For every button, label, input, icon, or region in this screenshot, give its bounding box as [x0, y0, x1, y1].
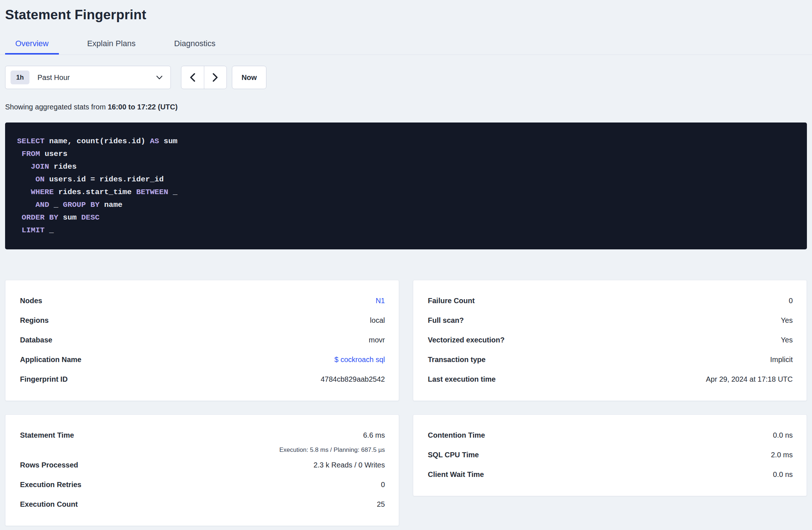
regions-value-group: local	[370, 310, 385, 330]
sql-text: name	[100, 201, 122, 209]
sql-text: sum	[58, 213, 81, 222]
aggregated-stats-note: Showing aggregated stats from 16:00 to 1…	[5, 102, 807, 112]
sql-keyword: WHERE	[31, 188, 54, 196]
sql-statement-box: SELECT name, count(rides.id) AS sum FROM…	[5, 123, 807, 249]
database-label: Database	[20, 330, 52, 350]
full-scan-value-group: Yes	[781, 310, 793, 330]
failure-count-value-group: 0	[789, 291, 793, 310]
rows-processed-label: Rows Processed	[20, 455, 78, 475]
statement-time-value-group: 6.6 msExecution: 5.8 ms / Planning: 687.…	[280, 425, 385, 455]
application-name-value-group: $ cockroach sql	[334, 350, 385, 369]
client-wait-time-label: Client Wait Time	[428, 465, 484, 484]
execution-retries-label: Execution Retries	[20, 475, 81, 494]
vectorized-execution-value: Yes	[781, 330, 793, 350]
last-execution-time-value: Apr 29, 2024 at 17:18 UTC	[706, 369, 793, 389]
rows-processed-value-group: 2.3 k Reads / 0 Writes	[314, 455, 385, 475]
last-execution-time-row: Last execution timeApr 29, 2024 at 17:18…	[428, 369, 793, 389]
sql-keyword: ON	[35, 175, 44, 184]
prev-time-button[interactable]	[181, 66, 204, 89]
sql-line: AND _ GROUP BY name	[17, 198, 796, 211]
time-range-dropdown[interactable]: 1h Past Hour	[5, 66, 171, 89]
sql-cpu-time-value: 2.0 ms	[771, 445, 793, 465]
summary-cards: NodesN1RegionslocalDatabasemovrApplicati…	[5, 280, 807, 526]
sql-cpu-time-label: SQL CPU Time	[428, 445, 479, 465]
sql-text	[17, 201, 35, 209]
tab-diagnostics-label: Diagnostics	[174, 39, 216, 48]
execution-count-label: Execution Count	[20, 494, 78, 514]
statement-details-card: NodesN1RegionslocalDatabasemovrApplicati…	[5, 280, 399, 401]
database-value: movr	[369, 330, 385, 350]
vectorized-execution-row: Vectorized execution?Yes	[428, 330, 793, 350]
sql-line: JOIN rides	[17, 160, 796, 173]
sql-text	[17, 188, 31, 196]
application-name-row: Application Name$ cockroach sql	[20, 350, 385, 369]
statement-time-row: Statement Time6.6 msExecution: 5.8 ms / …	[20, 425, 385, 455]
wait-times-card: Contention Time0.0 nsSQL CPU Time2.0 msC…	[413, 414, 807, 496]
sql-text	[17, 175, 35, 184]
application-name-link[interactable]: $ cockroach sql	[334, 350, 385, 369]
chevron-down-icon	[156, 76, 162, 80]
fingerprint-id-value-group: 4784cb829aab2542	[321, 369, 385, 389]
sql-line: ON users.id = rides.rider_id	[17, 173, 796, 186]
tab-explain-plans-label: Explain Plans	[87, 39, 136, 48]
vectorized-execution-label: Vectorized execution?	[428, 330, 505, 350]
sql-text: rides	[49, 162, 77, 171]
page-title: Statement Fingerprint	[5, 7, 812, 23]
time-step-buttons	[181, 66, 227, 89]
sql-keyword: SELECT	[17, 137, 45, 145]
full-scan-label: Full scan?	[428, 310, 464, 330]
fingerprint-id-row: Fingerprint ID4784cb829aab2542	[20, 369, 385, 389]
application-name-label: Application Name	[20, 350, 81, 369]
execution-count-value: 25	[377, 494, 385, 514]
sql-text: users.id = rides.rider_id	[45, 175, 164, 184]
client-wait-time-value: 0.0 ns	[773, 465, 793, 484]
time-range-badge: 1h	[11, 71, 29, 84]
full-scan-row: Full scan?Yes	[428, 310, 793, 330]
sql-keyword: AND	[35, 201, 49, 209]
tab-overview-label: Overview	[15, 39, 49, 48]
fingerprint-id-value: 4784cb829aab2542	[321, 369, 385, 389]
failure-count-value: 0	[789, 291, 793, 310]
sql-keyword: LIMIT	[22, 226, 45, 234]
regions-row: Regionslocal	[20, 310, 385, 330]
nodes-link[interactable]: N1	[375, 291, 385, 310]
contention-time-label: Contention Time	[428, 425, 485, 445]
sql-text: _	[45, 226, 54, 234]
transaction-type-value: Implicit	[770, 350, 793, 369]
database-value-group: movr	[369, 330, 385, 350]
sql-text: name, count(rides.id)	[45, 137, 150, 145]
sql-text: _	[49, 201, 63, 209]
sql-text	[17, 213, 22, 222]
sql-keyword: BETWEEN	[136, 188, 168, 196]
tab-overview[interactable]: Overview	[5, 34, 59, 55]
tab-bar: Overview Explain Plans Diagnostics	[0, 34, 812, 55]
tab-explain-plans[interactable]: Explain Plans	[77, 34, 146, 55]
database-row: Databasemovr	[20, 330, 385, 350]
rows-processed-value: 2.3 k Reads / 0 Writes	[314, 455, 385, 475]
sql-text: _	[168, 188, 177, 196]
statement-fingerprint-page: Statement Fingerprint Overview Explain P…	[0, 0, 812, 526]
transaction-type-row: Transaction typeImplicit	[428, 350, 793, 369]
contention-time-value: 0.0 ns	[773, 425, 793, 445]
execution-retries-row: Execution Retries0	[20, 475, 385, 494]
next-time-button[interactable]	[204, 66, 227, 89]
statement-time-value: 6.6 ms	[363, 425, 385, 445]
sql-cpu-time-row: SQL CPU Time2.0 ms	[428, 445, 793, 465]
failure-count-row: Failure Count0	[428, 291, 793, 310]
sql-text	[17, 150, 22, 158]
sql-keyword: AS	[150, 137, 159, 145]
statement-time-note: Execution: 5.8 ms / Planning: 687.5 µs	[280, 445, 385, 455]
execution-retries-value-group: 0	[381, 475, 385, 494]
now-button[interactable]: Now	[232, 66, 266, 89]
tab-diagnostics[interactable]: Diagnostics	[164, 34, 226, 55]
sql-keyword: ORDER BY	[22, 213, 59, 222]
execution-count-value-group: 25	[377, 494, 385, 514]
regions-label: Regions	[20, 310, 49, 330]
sql-keyword: DESC	[81, 213, 99, 222]
contention-time-row: Contention Time0.0 ns	[428, 425, 793, 445]
chevron-right-icon	[213, 73, 218, 82]
sql-text	[17, 226, 22, 234]
sql-line: FROM users	[17, 148, 796, 160]
failure-count-label: Failure Count	[428, 291, 475, 310]
time-range-selected: Past Hour	[37, 73, 156, 82]
